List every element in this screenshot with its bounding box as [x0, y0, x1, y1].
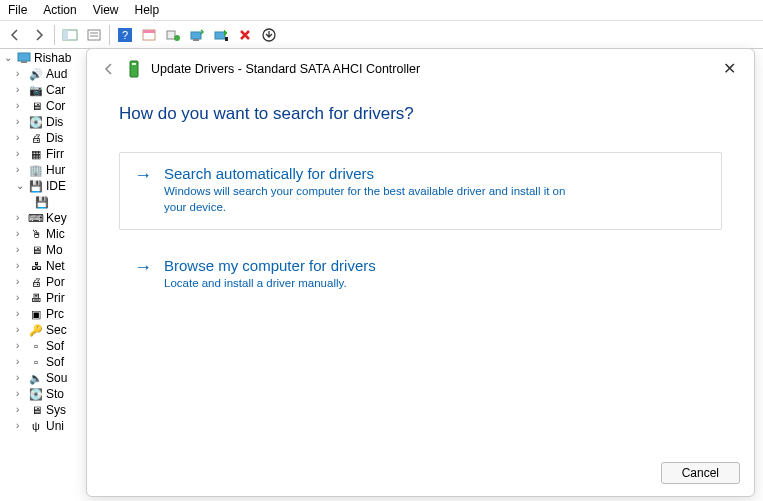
- update-driver-icon[interactable]: [186, 24, 208, 46]
- speaker-icon: 🔊: [28, 67, 44, 81]
- toolbar: ?: [0, 21, 763, 49]
- tree-item[interactable]: ›ψUni: [4, 418, 85, 434]
- dialog-body: How do you want to search for drivers? →…: [87, 84, 754, 456]
- tree-item[interactable]: ›📷Car: [4, 82, 85, 98]
- chip-icon: ▦: [28, 147, 44, 161]
- menubar: File Action View Help: [0, 0, 763, 21]
- cpu-icon: ▣: [28, 307, 44, 321]
- print-queue-icon: 🖶: [28, 291, 44, 305]
- properties-icon[interactable]: [83, 24, 105, 46]
- disk-icon: 💽: [28, 115, 44, 129]
- svg-rect-17: [21, 61, 27, 63]
- device-icon: [127, 60, 141, 78]
- close-button[interactable]: ✕: [719, 59, 740, 78]
- tree-item[interactable]: ›⌨Key: [4, 210, 85, 226]
- computer-icon: [16, 51, 32, 65]
- option-search-automatically[interactable]: → Search automatically for drivers Windo…: [119, 152, 722, 230]
- monitor-icon: 🖥: [28, 99, 44, 113]
- tree-item[interactable]: ›🏢Hur: [4, 162, 85, 178]
- svg-rect-19: [132, 63, 136, 65]
- tree-item[interactable]: ›💽Sto: [4, 386, 85, 402]
- disable-device-icon[interactable]: [210, 24, 232, 46]
- nav-forward-icon[interactable]: [28, 24, 50, 46]
- tree-item[interactable]: ›🔈Sou: [4, 370, 85, 386]
- menu-file[interactable]: File: [8, 3, 27, 17]
- svg-point-10: [174, 35, 180, 41]
- toolbar-separator: [109, 25, 110, 45]
- display-icon: 🖨: [28, 131, 44, 145]
- option-description: Locate and install a driver manually.: [164, 276, 376, 292]
- svg-rect-14: [225, 37, 228, 41]
- tree-item[interactable]: ›▣Prc: [4, 306, 85, 322]
- svg-text:?: ?: [122, 29, 128, 41]
- tree-item[interactable]: ›🖨Por: [4, 274, 85, 290]
- update-drivers-dialog: Update Drivers - Standard SATA AHCI Cont…: [86, 48, 755, 497]
- install-legacy-icon[interactable]: [258, 24, 280, 46]
- tree-item[interactable]: ›▫Sof: [4, 354, 85, 370]
- storage-icon: 💽: [28, 387, 44, 401]
- system-icon: 🖥: [28, 403, 44, 417]
- arrow-right-icon: →: [134, 165, 152, 215]
- svg-rect-11: [191, 32, 201, 39]
- mouse-icon: 🖱: [28, 227, 44, 241]
- back-icon[interactable]: [101, 61, 117, 77]
- tree-item-ide-child[interactable]: 💾: [4, 194, 85, 210]
- tree-item[interactable]: ›🔑Sec: [4, 322, 85, 338]
- tree-item-ide[interactable]: ⌄💾IDE: [4, 178, 85, 194]
- menu-help[interactable]: Help: [135, 3, 160, 17]
- svg-rect-1: [63, 30, 68, 40]
- monitor-icon: 🖥: [28, 243, 44, 257]
- toolbar-separator: [54, 25, 55, 45]
- tree-item[interactable]: ›▦Firr: [4, 146, 85, 162]
- ide-controller-icon: 💾: [34, 195, 50, 209]
- usb-icon: ψ: [28, 419, 44, 433]
- software-icon: ▫: [28, 339, 44, 353]
- menu-action[interactable]: Action: [43, 3, 76, 17]
- dialog-footer: Cancel: [87, 456, 754, 496]
- camera-icon: 📷: [28, 83, 44, 97]
- tree-item[interactable]: ›🖥Cor: [4, 98, 85, 114]
- tree-item[interactable]: ›🔊Aud: [4, 66, 85, 82]
- uninstall-device-icon[interactable]: [234, 24, 256, 46]
- svg-rect-16: [18, 53, 30, 61]
- svg-rect-12: [193, 39, 199, 41]
- ide-icon: 💾: [28, 179, 44, 193]
- menu-view[interactable]: View: [93, 3, 119, 17]
- tree-item[interactable]: ›🖥Mo: [4, 242, 85, 258]
- tree-item[interactable]: ›🖶Prir: [4, 290, 85, 306]
- option-browse-computer[interactable]: → Browse my computer for drivers Locate …: [119, 244, 722, 307]
- tree-item[interactable]: ›🖨Dis: [4, 130, 85, 146]
- hid-icon: 🏢: [28, 163, 44, 177]
- option-title: Browse my computer for drivers: [164, 257, 376, 274]
- tree-item[interactable]: ›🖧Net: [4, 258, 85, 274]
- show-hide-tree-icon[interactable]: [59, 24, 81, 46]
- tree-root-label: Rishab: [34, 50, 71, 66]
- collapse-icon[interactable]: ⌄: [16, 178, 26, 194]
- cancel-button[interactable]: Cancel: [661, 462, 740, 484]
- keyboard-icon: ⌨: [28, 211, 44, 225]
- tree-item[interactable]: ›🖥Sys: [4, 402, 85, 418]
- port-icon: 🖨: [28, 275, 44, 289]
- tree-root[interactable]: ⌄ Rishab: [4, 50, 85, 66]
- tree-item[interactable]: ›▫Sof: [4, 338, 85, 354]
- device-tree[interactable]: ⌄ Rishab ›🔊Aud ›📷Car ›🖥Cor ›💽Dis ›🖨Dis ›…: [0, 50, 85, 434]
- help-icon[interactable]: ?: [114, 24, 136, 46]
- security-icon: 🔑: [28, 323, 44, 337]
- option-title: Search automatically for drivers: [164, 165, 584, 182]
- tree-item[interactable]: ›🖱Mic: [4, 226, 85, 242]
- collapse-icon[interactable]: ⌄: [4, 50, 14, 66]
- dialog-title: Update Drivers - Standard SATA AHCI Cont…: [151, 62, 420, 76]
- nav-back-icon[interactable]: [4, 24, 26, 46]
- software-icon: ▫: [28, 355, 44, 369]
- tree-item[interactable]: ›💽Dis: [4, 114, 85, 130]
- dialog-question: How do you want to search for drivers?: [119, 104, 722, 124]
- option-description: Windows will search your computer for th…: [164, 184, 584, 215]
- svg-rect-8: [143, 30, 155, 33]
- sound-icon: 🔈: [28, 371, 44, 385]
- action-icon[interactable]: [138, 24, 160, 46]
- dialog-header: Update Drivers - Standard SATA AHCI Cont…: [87, 49, 754, 84]
- svg-rect-13: [215, 32, 225, 39]
- network-icon: 🖧: [28, 259, 44, 273]
- arrow-right-icon: →: [134, 257, 152, 292]
- scan-hardware-icon[interactable]: [162, 24, 184, 46]
